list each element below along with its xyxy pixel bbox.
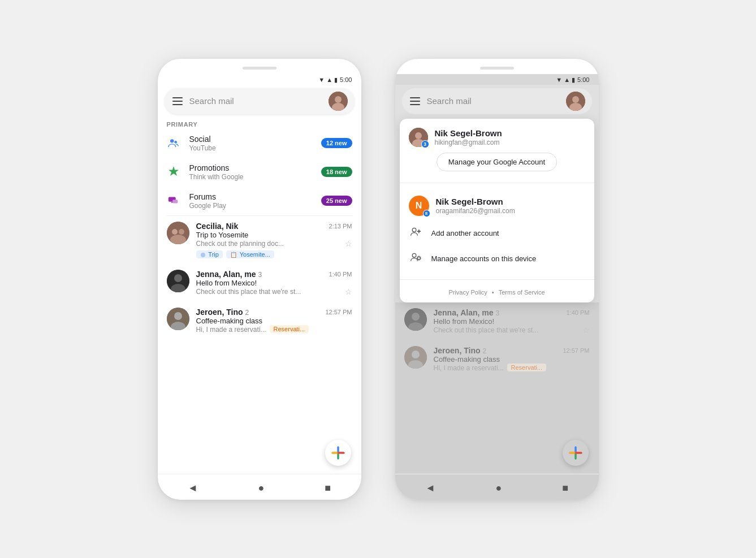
back-icon-right[interactable]: ◄ bbox=[425, 482, 435, 494]
email-subject-3: Coffee-making class bbox=[196, 317, 352, 325]
behind-star-icon-1: ☆ bbox=[582, 326, 590, 335]
social-sub: YouTube bbox=[189, 144, 312, 152]
wifi-icon: ▼ bbox=[318, 76, 325, 83]
home-icon-left[interactable]: ● bbox=[258, 482, 265, 494]
avatar-right[interactable] bbox=[566, 92, 585, 111]
svg-point-4 bbox=[174, 141, 177, 144]
svg-point-3 bbox=[170, 139, 174, 142]
svg-point-16 bbox=[174, 312, 182, 320]
secondary-avatar: N 8 bbox=[409, 196, 429, 216]
primary-account-info: Nik Segel-Brown hikingfan@gmail.com bbox=[435, 128, 502, 146]
email-time-1: 2:13 PM bbox=[329, 223, 352, 230]
secondary-badge: 8 bbox=[423, 210, 430, 217]
star-icon-1[interactable]: ☆ bbox=[345, 239, 352, 248]
privacy-policy-link[interactable]: Privacy Policy bbox=[448, 289, 487, 296]
svg-point-8 bbox=[172, 229, 178, 235]
email-preview-2: Check out this place that we're st... bbox=[196, 288, 301, 296]
account-secondary: N 8 Nik Segel-Brown oragamifan26@gmail.c… bbox=[400, 187, 594, 276]
social-icon bbox=[167, 136, 180, 150]
svg-point-30 bbox=[412, 228, 416, 232]
secondary-account-email: oragamifan26@gmail.com bbox=[436, 207, 515, 215]
manage-accounts-label: Manage accounts on this device bbox=[431, 254, 537, 263]
add-account-row[interactable]: Add another account bbox=[400, 220, 594, 246]
terms-of-service-link[interactable]: Terms of Service bbox=[499, 289, 545, 296]
primary-account-email: hikingfan@gmail.com bbox=[435, 139, 502, 146]
add-person-icon bbox=[409, 226, 422, 240]
behind-email-avatar-1 bbox=[404, 308, 427, 331]
behind-email-row-1: Jenna, Alan, me 3 1:40 PM Hello from Mex… bbox=[395, 302, 599, 340]
behind-email-sender-2: Jeroen, Tino 2 bbox=[434, 346, 487, 355]
svg-point-13 bbox=[174, 274, 182, 282]
svg-point-36 bbox=[412, 313, 420, 321]
bottom-nav-left: ◄ ● ■ bbox=[158, 474, 361, 500]
signal-icon-right: ▲ bbox=[564, 76, 570, 83]
manage-accounts-row[interactable]: Manage accounts on this device bbox=[400, 246, 594, 271]
email-row-2[interactable]: Jenna, Alan, me 3 1:40 PM Hello from Mex… bbox=[158, 264, 361, 302]
svg-point-9 bbox=[179, 229, 184, 235]
category-social[interactable]: Social YouTube 12 new bbox=[158, 129, 361, 158]
email-row-3[interactable]: Jeroen, Tino 2 12:57 PM Coffee-making cl… bbox=[158, 302, 361, 339]
status-icons-right: ▼ ▲ ▮ bbox=[556, 76, 575, 84]
forums-sub: Google Play bbox=[189, 202, 312, 210]
email-header-3: Jeroen, Tino 2 12:57 PM bbox=[196, 308, 352, 317]
email-tag-trip: Trip bbox=[196, 250, 223, 258]
back-icon-left[interactable]: ◄ bbox=[188, 482, 198, 494]
behind-email-content-1: Jenna, Alan, me 3 1:40 PM Hello from Mex… bbox=[434, 308, 590, 335]
status-bar-left: ▼ ▲ ▮ 5:00 bbox=[158, 74, 361, 85]
email-preview-3: Hi, I made a reservati... bbox=[196, 326, 266, 334]
status-time-right: 5:00 bbox=[577, 76, 589, 83]
bottom-nav-right: ◄ ● ■ bbox=[395, 474, 599, 500]
secondary-account-name: Nik Segel-Brown bbox=[436, 197, 515, 206]
phone-speaker bbox=[243, 67, 277, 70]
svg-point-25 bbox=[572, 96, 579, 103]
primary-user-row: 3 Nik Segel-Brown hikingfan@gmail.com bbox=[409, 128, 585, 147]
category-promotions[interactable]: Promotions Think with Google 18 new bbox=[158, 158, 361, 187]
manage-person-icon bbox=[409, 252, 422, 266]
email-header-1: Cecilia, Nik 2:13 PM bbox=[196, 222, 352, 231]
secondary-user-row[interactable]: N 8 Nik Segel-Brown oragamifan26@gmail.c… bbox=[400, 191, 594, 220]
promotions-icon bbox=[167, 165, 180, 179]
hamburger-icon-right[interactable] bbox=[409, 96, 421, 106]
search-bar-right[interactable]: Search mail bbox=[402, 88, 592, 114]
primary-avatar-wrapper: 3 bbox=[409, 128, 428, 147]
social-badge: 12 new bbox=[321, 138, 352, 148]
section-label-primary: PRIMARY bbox=[158, 119, 361, 129]
battery-icon: ▮ bbox=[334, 76, 338, 84]
svg-point-39 bbox=[412, 351, 420, 358]
hamburger-icon-left[interactable] bbox=[171, 96, 184, 106]
star-icon-2[interactable]: ☆ bbox=[345, 287, 352, 296]
left-phone: ▼ ▲ ▮ 5:00 Search mail PRIMARY bbox=[158, 59, 361, 500]
email-sender-1: Cecilia, Nik bbox=[196, 222, 239, 231]
forums-name: Forums bbox=[189, 192, 312, 201]
recents-icon-right[interactable]: ■ bbox=[562, 482, 568, 494]
email-sender-3: Jeroen, Tino 2 bbox=[196, 308, 249, 317]
account-panel: 3 Nik Segel-Brown hikingfan@gmail.com Ma… bbox=[400, 119, 594, 302]
social-name: Social bbox=[189, 135, 312, 144]
status-icons-left: ▼ ▲ ▮ bbox=[318, 76, 338, 84]
promotions-sub: Think with Google bbox=[189, 173, 312, 181]
behind-email-row-2: Jeroen, Tino 2 12:57 PM Coffee-making cl… bbox=[395, 340, 599, 378]
battery-icon-right: ▮ bbox=[572, 76, 575, 84]
behind-email-content-2: Jeroen, Tino 2 12:57 PM Coffee-making cl… bbox=[434, 346, 590, 372]
email-time-3: 12:57 PM bbox=[325, 309, 352, 315]
home-icon-right[interactable]: ● bbox=[496, 482, 502, 494]
fab-left[interactable] bbox=[325, 440, 351, 466]
category-forums[interactable]: Forums Google Play 25 new bbox=[158, 187, 361, 215]
email-subject-1: Trip to Yosemite bbox=[196, 231, 352, 239]
recents-icon-left[interactable]: ■ bbox=[325, 482, 331, 494]
search-placeholder-right: Search mail bbox=[427, 96, 560, 106]
fab-right[interactable] bbox=[563, 440, 589, 466]
signal-icon: ▲ bbox=[326, 76, 332, 83]
behind-email-preview-2: Hi, I made a reservati... bbox=[434, 364, 504, 372]
svg-point-11 bbox=[201, 253, 205, 257]
email-avatar-2 bbox=[167, 270, 189, 292]
behind-email-tag-2: Reservati... bbox=[507, 364, 547, 371]
avatar-left[interactable] bbox=[329, 92, 348, 111]
manage-google-account-button[interactable]: Manage your Google Account bbox=[437, 153, 557, 171]
email-row-1[interactable]: Cecilia, Nik 2:13 PM Trip to Yosemite Ch… bbox=[158, 216, 361, 264]
search-bar-left[interactable]: Search mail bbox=[165, 88, 355, 114]
add-account-label: Add another account bbox=[431, 229, 499, 237]
secondary-avatar-wrapper: N 8 bbox=[409, 196, 429, 216]
behind-email-subject-2: Coffee-making class bbox=[434, 355, 590, 364]
email-sender-2: Jenna, Alan, me 3 bbox=[196, 270, 262, 279]
